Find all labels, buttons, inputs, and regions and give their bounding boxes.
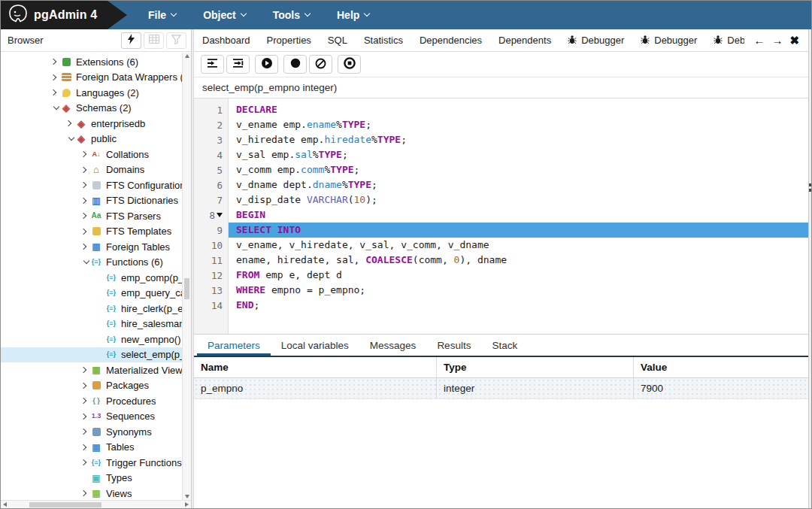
tree-vertical-scrollbar[interactable] xyxy=(182,53,191,500)
gutter-line-3[interactable]: 3 xyxy=(194,132,228,147)
filter-button[interactable] xyxy=(166,32,186,49)
expander-icon[interactable] xyxy=(77,445,89,450)
expander-icon[interactable] xyxy=(77,152,89,156)
grid-button[interactable] xyxy=(144,32,164,49)
expander-icon[interactable] xyxy=(77,229,89,234)
tree-item-functions-6[interactable]: {≡}Functions (6) xyxy=(1,255,191,271)
tree-item-synonyms[interactable]: Synonyms xyxy=(1,424,191,440)
gutter-line-5[interactable]: 5 xyxy=(194,162,228,177)
horizontal-scroll-thumb[interactable] xyxy=(29,502,102,507)
tab-sql-2[interactable]: SQL xyxy=(320,29,356,51)
menu-tools[interactable]: Tools xyxy=(273,9,310,21)
code-line-3[interactable]: v_hiredate emp.hiredate%TYPE; xyxy=(229,132,808,147)
gutter-line-6[interactable]: 6 xyxy=(194,177,228,192)
scroll-down-arrow-icon[interactable] xyxy=(185,495,189,498)
expander-icon[interactable] xyxy=(77,262,89,263)
tree-item-schemas-2[interactable]: ◈Schemas (2) xyxy=(1,101,191,117)
gutter-line-10[interactable]: 10 xyxy=(194,238,228,253)
tree-item-emp-comp-p-s[interactable]: {≡}emp_comp(p_s xyxy=(1,270,191,286)
tree-item-tables[interactable]: ▦Tables xyxy=(1,440,191,456)
expander-icon[interactable] xyxy=(77,214,89,218)
stop-execution-button[interactable] xyxy=(338,55,361,74)
menu-file[interactable]: File xyxy=(148,9,176,21)
tree-item-procedures[interactable]: { }Procedures xyxy=(1,393,191,409)
tab-properties-1[interactable]: Properties xyxy=(259,29,320,51)
tree-item-domains[interactable]: ⌂Domains xyxy=(1,162,191,178)
step-into-button[interactable] xyxy=(201,55,224,74)
right-splitter-grip[interactable] xyxy=(809,183,811,192)
expander-icon[interactable] xyxy=(77,244,89,249)
tree-item-emp-query-cal[interactable]: {≡}emp_query_cal xyxy=(1,286,191,301)
expander-icon[interactable] xyxy=(77,491,89,495)
tree-item-select-emp-p-e[interactable]: {≡}select_emp(p_e xyxy=(1,347,191,363)
tree-item-sequences[interactable]: 1.3Sequences xyxy=(1,409,191,425)
scroll-tabs-right-button[interactable]: → xyxy=(769,32,785,48)
code-line-11[interactable]: ename, hiredate, sal, COALESCE(comm, 0),… xyxy=(229,253,808,268)
gutter-line-12[interactable]: 12 xyxy=(194,268,228,283)
tree-item-hire-salesman[interactable]: {≡}hire_salesman( xyxy=(1,317,191,332)
gutter-line-13[interactable]: 13 xyxy=(194,283,228,298)
tree-item-fts-dictionaries[interactable]: ▥FTS Dictionaries xyxy=(1,193,191,209)
code-line-12[interactable]: FROM emp e, dept d xyxy=(229,268,808,283)
gutter-line-7[interactable]: 7 xyxy=(194,192,228,208)
expander-icon[interactable] xyxy=(47,75,59,80)
tree-item-enterprisedb[interactable]: ◈enterprisedb xyxy=(1,116,191,132)
tree-item-foreign-data-wrappers-2[interactable]: Foreign Data Wrappers (2) xyxy=(1,70,191,86)
tree-item-new-empno[interactable]: {≡}new_empno() xyxy=(1,332,191,347)
tree-item-materialized-views[interactable]: ▦Materialized Views xyxy=(1,362,191,378)
tab-debugger-8[interactable]: Debugger xyxy=(705,29,744,51)
expander-icon[interactable] xyxy=(77,183,89,187)
code-line-5[interactable]: v_comm emp.comm%TYPE; xyxy=(229,162,808,177)
scroll-right-arrow-icon[interactable] xyxy=(185,502,189,507)
bottom-tab-local-variables[interactable]: Local variables xyxy=(271,335,359,356)
vertical-scroll-thumb[interactable] xyxy=(184,278,189,299)
code-line-14[interactable]: END; xyxy=(229,298,808,313)
tree-item-views[interactable]: ▦Views xyxy=(1,486,191,501)
gutter-line-14[interactable]: 14 xyxy=(194,298,228,313)
bottom-tab-stack[interactable]: Stack xyxy=(481,335,528,356)
cell-value[interactable]: 7900 xyxy=(633,378,808,398)
gutter-line-1[interactable]: 1 xyxy=(194,102,228,117)
continue-execution-button[interactable] xyxy=(255,55,278,74)
code-editor[interactable]: 1234567891011121314 DECLAREv_ename emp.e… xyxy=(194,98,808,335)
expander-icon[interactable] xyxy=(77,460,89,465)
clear-all-breakpoints-button[interactable] xyxy=(309,55,332,74)
bottom-tab-results[interactable]: Results xyxy=(426,335,481,356)
tree-item-trigger-functions[interactable]: {≡}Trigger Functions xyxy=(1,455,191,471)
tree-item-hire-clerk-p-en[interactable]: {≡}hire_clerk(p_en xyxy=(1,301,191,317)
expander-icon[interactable] xyxy=(77,429,89,434)
code-line-10[interactable]: v_ename, v_hiredate, v_sal, v_comm, v_dn… xyxy=(229,238,808,253)
editor-code-pane[interactable]: DECLAREv_ename emp.ename%TYPE;v_hiredate… xyxy=(229,98,808,334)
lightning-button[interactable] xyxy=(121,32,141,49)
gutter-line-2[interactable]: 2 xyxy=(194,117,228,132)
close-panel-button[interactable]: ✖ xyxy=(787,32,801,49)
tree-item-fts-parsers[interactable]: AaFTS Parsers xyxy=(1,208,191,224)
gutter-line-8[interactable]: 8 xyxy=(194,208,228,223)
gutter-line-9[interactable]: 9 xyxy=(194,223,228,238)
expander-icon[interactable] xyxy=(77,383,89,388)
expander-icon[interactable] xyxy=(47,90,59,95)
tree-item-types[interactable]: ▣Types xyxy=(1,471,191,486)
tree-item-public[interactable]: ◈public xyxy=(1,132,191,147)
tab-debugger-7[interactable]: Debugger xyxy=(632,29,705,51)
gutter-line-4[interactable]: 4 xyxy=(194,147,228,162)
code-line-2[interactable]: v_ename emp.ename%TYPE; xyxy=(229,117,808,132)
menu-object[interactable]: Object xyxy=(203,9,246,21)
scroll-up-arrow-icon[interactable] xyxy=(185,54,189,58)
tree-item-foreign-tables[interactable]: ▦Foreign Tables xyxy=(1,239,191,255)
code-line-13[interactable]: WHERE empno = p_empno; xyxy=(229,283,808,298)
tree-item-fts-configurations[interactable]: FTS Configurations xyxy=(1,177,191,193)
tree-item-packages[interactable]: Packages xyxy=(1,378,191,394)
code-line-7[interactable]: v_disp_date VARCHAR(10); xyxy=(229,192,808,208)
menu-help[interactable]: Help xyxy=(337,9,369,21)
tab-dashboard-0[interactable]: Dashboard xyxy=(194,29,259,51)
step-over-button[interactable] xyxy=(226,55,250,74)
code-line-4[interactable]: v_sal emp.sal%TYPE; xyxy=(229,147,808,162)
tab-dependents-5[interactable]: Dependents xyxy=(490,29,559,51)
tree-item-fts-templates[interactable]: FTS Templates xyxy=(1,224,191,240)
gutter-line-11[interactable]: 11 xyxy=(194,253,228,268)
expander-icon[interactable] xyxy=(77,414,89,419)
tab-debugger-6[interactable]: Debugger xyxy=(559,29,632,51)
tree-item-extensions-6[interactable]: Extensions (6) xyxy=(1,54,191,70)
tree-item-languages-2[interactable]: Languages (2) xyxy=(1,85,191,101)
